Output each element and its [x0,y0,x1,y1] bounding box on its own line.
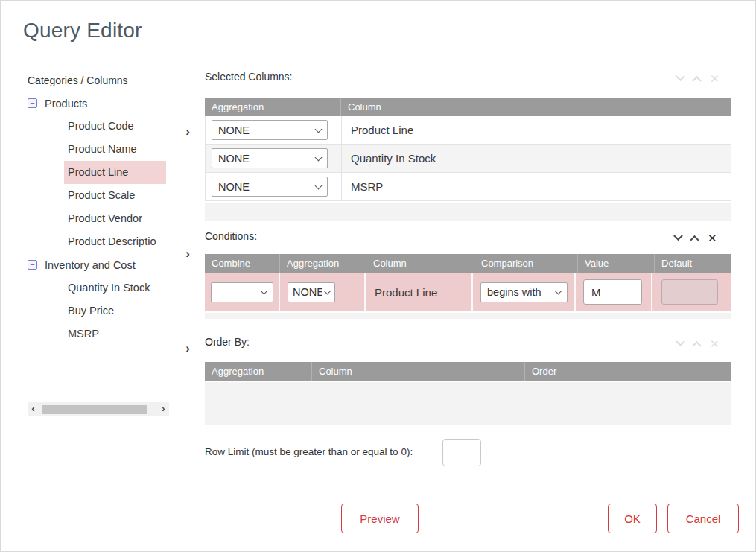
tree-item-product-vendor[interactable]: Product Vendor [64,207,166,230]
conditions-table: Combine Aggregation Column Comparison Va… [205,254,731,319]
add-to-order-by-arrow-icon[interactable]: › [182,341,194,356]
combine-select[interactable] [211,282,273,302]
preview-button[interactable]: Preview [341,504,419,533]
column-header-default: Default [655,254,731,273]
page-title: Query Editor [23,19,142,42]
aggregation-select[interactable]: NONE [212,120,328,140]
table-row: NONE MSRP [205,173,731,201]
tree-item-product-description[interactable]: Product Descriptio [64,230,166,253]
row-limit-input[interactable] [442,439,481,466]
selected-columns-label: Selected Columns: [205,71,293,83]
order-by-label: Order By: [205,336,250,348]
conditions-label: Conditions: [205,230,257,242]
chevron-up-icon[interactable] [692,340,702,350]
column-header-column: Column [341,98,731,116]
tree-item-product-name[interactable]: Product Name [64,138,166,161]
row-limit-label: Row Limit (must be greater than or equal… [205,446,413,457]
condition-row: NONE Product Line begins with [205,273,731,311]
query-editor-dialog: Query Editor Categories / Columns − Prod… [0,0,756,552]
column-header-comparison: Comparison [474,254,578,273]
tree-item-product-code[interactable]: Product Code [64,115,166,138]
condition-value-input[interactable] [583,279,642,305]
column-header-aggregation: Aggregation [205,362,312,381]
column-header-column: Column [312,362,525,381]
order-by-controls: ✕ [677,337,720,349]
column-value: Product Line [342,124,413,136]
chevron-up-icon[interactable] [690,235,699,244]
order-by-table: Aggregation Column Order [205,362,731,425]
chevron-down-icon [315,125,323,133]
chevron-up-icon[interactable] [692,75,702,85]
tree-group-inventory-and-cost[interactable]: − Inventory and Cost [28,253,177,276]
column-header-aggregation: Aggregation [280,254,366,273]
chevron-down-icon [555,288,562,295]
selected-columns-controls: ✕ [677,72,720,84]
comparison-select[interactable]: begins with [480,282,568,302]
scroll-left-icon[interactable]: ‹ [28,402,39,416]
tree-item-msrp[interactable]: MSRP [64,323,166,346]
chevron-down-icon [261,288,268,295]
ok-button[interactable]: OK [608,504,657,533]
aggregation-select[interactable]: NONE [288,282,335,302]
tree-group-products[interactable]: − Products [28,92,177,115]
chevron-down-icon[interactable] [673,231,683,241]
tree-horizontal-scrollbar[interactable]: ‹ › [28,402,169,416]
aggregation-select[interactable]: NONE [212,177,328,197]
close-icon[interactable]: ✕ [708,232,717,244]
condition-default-input[interactable] [661,279,718,305]
column-header-aggregation: Aggregation [205,98,341,116]
scroll-right-icon[interactable]: › [158,402,169,416]
column-header-column: Column [366,254,474,273]
condition-column-value: Product Line [366,286,437,299]
order-by-table-header: Aggregation Column Order [205,362,731,381]
add-to-conditions-arrow-icon[interactable]: › [182,247,194,261]
chevron-down-icon [324,288,331,295]
collapse-minus-icon[interactable]: − [28,98,37,108]
tree-group-label: Inventory and Cost [45,259,136,271]
conditions-table-header: Combine Aggregation Column Comparison Va… [205,254,731,273]
chevron-down-icon[interactable] [676,72,685,81]
tree-item-buy-price[interactable]: Buy Price [64,299,166,323]
order-by-empty-body [205,381,731,425]
collapse-minus-icon[interactable]: − [28,260,37,270]
add-to-selected-columns-arrow-icon[interactable]: › [182,124,194,139]
tree-item-product-scale[interactable]: Product Scale [64,184,166,207]
column-value: Quantity In Stock [342,152,436,165]
tree-header: Categories / Columns [28,72,177,92]
chevron-down-icon [315,182,323,189]
scrollbar-thumb[interactable] [42,405,147,414]
aggregation-select[interactable]: NONE [212,148,328,168]
close-icon[interactable]: ✕ [710,338,720,349]
table-footer-strip [205,313,731,319]
selected-columns-table: Aggregation Column NONE Product Line NON… [205,98,731,221]
column-header-combine: Combine [205,254,280,273]
tree-item-quantity-in-stock[interactable]: Quantity In Stock [64,276,166,299]
table-footer-strip [205,203,731,221]
cancel-button[interactable]: Cancel [667,504,739,533]
column-header-value: Value [578,254,655,273]
selected-columns-table-header: Aggregation Column [205,98,731,116]
tree-group-label: Products [45,98,87,110]
table-row: NONE Quantity In Stock [205,145,731,173]
column-value: MSRP [342,180,383,193]
chevron-down-icon[interactable] [676,337,685,346]
column-header-order: Order [525,362,731,381]
close-icon[interactable]: ✕ [710,73,720,84]
category-tree: Categories / Columns − Products Product … [28,72,177,346]
tree-item-product-line[interactable]: Product Line [64,161,166,184]
table-row: NONE Product Line [205,116,731,145]
conditions-controls: ✕ [675,232,717,244]
chevron-down-icon [315,153,323,161]
